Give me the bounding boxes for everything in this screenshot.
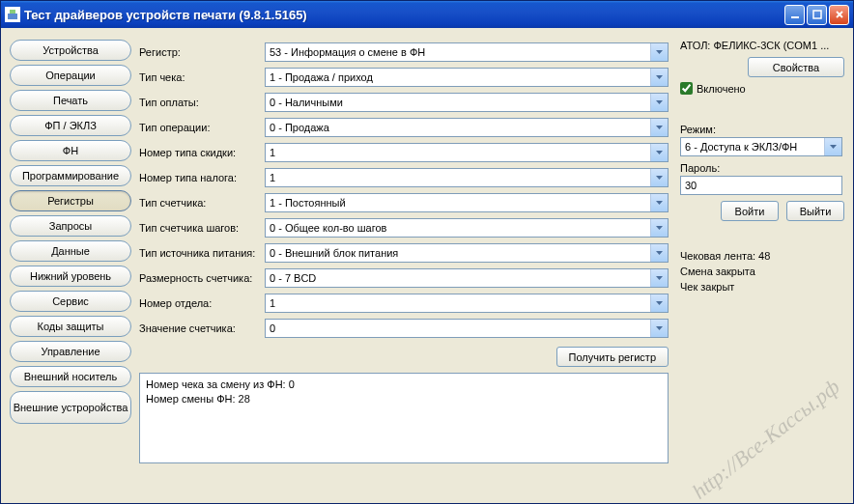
sidebar-item-registers[interactable]: Регистры [10, 190, 131, 211]
svg-rect-4 [813, 11, 821, 18]
output-line-2: Номер смены ФН: 28 [146, 392, 662, 406]
check-type-label: Тип чека: [139, 71, 265, 83]
department-no-combo[interactable]: 1 [265, 294, 669, 313]
status-line-3: Чек закрыт [680, 279, 844, 294]
counter-value-label: Значение счетчика: [139, 322, 265, 334]
output-area: Номер чека за смену из ФН: 0 Номер смены… [139, 373, 669, 463]
device-name: АТОЛ: ФЕЛИКС-3СК (COM1 ... [680, 40, 844, 51]
maximize-button[interactable] [807, 5, 827, 25]
get-register-button[interactable]: Получить регистр [556, 347, 669, 367]
enter-button[interactable]: Войти [721, 201, 779, 221]
sidebar-item-protection-codes[interactable]: Коды защиты [10, 316, 131, 337]
sidebar-item-external-media[interactable]: Внешний носитель [10, 366, 131, 387]
sidebar-item-fp-eklz[interactable]: ФП / ЭКЛЗ [10, 115, 131, 136]
register-label: Регистр: [139, 46, 265, 58]
title-bar: Тест драйверов устройств печати (9.8.1.5… [1, 1, 853, 28]
enabled-label: Включено [697, 83, 746, 95]
main-panel: Регистр:53 - Информация о смене в ФН Тип… [139, 40, 669, 463]
exit-button[interactable]: Выйти [786, 201, 844, 221]
password-label: Пароль: [680, 162, 844, 174]
dropdown-arrow-icon [824, 138, 841, 155]
close-button[interactable] [829, 5, 849, 25]
tax-type-no-combo[interactable]: 1 [265, 168, 669, 187]
svg-rect-1 [8, 14, 17, 19]
output-line-1: Номер чека за смену из ФН: 0 [146, 378, 662, 392]
status-block: Чековая лента: 48 Смена закрыта Чек закр… [680, 248, 844, 294]
sidebar-item-programming[interactable]: Программирование [10, 165, 131, 186]
discount-type-no-label: Номер типа скидки: [139, 147, 265, 158]
dropdown-arrow-icon [650, 194, 668, 211]
password-input[interactable] [680, 176, 842, 195]
dropdown-arrow-icon [650, 69, 668, 86]
sidebar: Устройства Операции Печать ФП / ЭКЛЗ ФН … [10, 40, 131, 428]
minimize-button[interactable] [784, 5, 805, 25]
mode-combo[interactable]: 6 - Доступа к ЭКЛЗ/ФН [680, 137, 842, 156]
operation-type-label: Тип операции: [139, 122, 265, 133]
tax-type-no-label: Номер типа налога: [139, 172, 265, 183]
svg-rect-2 [10, 10, 15, 14]
counter-dimension-combo[interactable]: 0 - 7 BCD [265, 268, 669, 288]
sidebar-item-operations[interactable]: Операции [10, 65, 131, 86]
window-title: Тест драйверов устройств печати (9.8.1.5… [24, 8, 784, 22]
power-source-type-label: Тип источника питания: [139, 247, 265, 259]
sidebar-item-devices[interactable]: Устройства [10, 40, 131, 61]
client-area: Устройства Операции Печать ФП / ЭКЛЗ ФН … [4, 28, 850, 500]
register-combo[interactable]: 53 - Информация о смене в ФН [265, 42, 669, 62]
sidebar-item-low-level[interactable]: Нижний уровень [10, 266, 131, 287]
status-line-1: Чековая лента: 48 [680, 248, 844, 264]
dropdown-arrow-icon [650, 244, 668, 262]
counter-type-label: Тип счетчика: [139, 197, 265, 209]
dropdown-arrow-icon [650, 219, 668, 237]
enabled-checkbox[interactable] [680, 82, 693, 95]
right-panel: АТОЛ: ФЕЛИКС-3СК (COM1 ... Свойства Вклю… [680, 40, 844, 294]
dropdown-arrow-icon [650, 43, 668, 61]
status-line-2: Смена закрыта [680, 264, 844, 279]
operation-type-combo[interactable]: 0 - Продажа [265, 118, 669, 137]
dropdown-arrow-icon [650, 294, 668, 312]
sidebar-item-data[interactable]: Данные [10, 240, 131, 262]
dropdown-arrow-icon [650, 94, 668, 111]
sidebar-item-fn[interactable]: ФН [10, 140, 131, 161]
sidebar-item-service[interactable]: Сервис [10, 291, 131, 312]
counter-type-combo[interactable]: 1 - Постоянный [265, 193, 669, 212]
sidebar-item-external-devices[interactable]: Внешние устроройства [10, 391, 131, 424]
properties-button[interactable]: Свойства [748, 57, 844, 77]
step-counter-type-combo[interactable]: 0 - Общее кол-во шагов [265, 218, 669, 238]
dropdown-arrow-icon [650, 320, 668, 337]
step-counter-type-label: Тип счетчика шагов: [139, 222, 265, 234]
sidebar-item-control[interactable]: Управление [10, 341, 131, 362]
counter-value-combo[interactable]: 0 [265, 319, 669, 338]
discount-type-no-combo[interactable]: 1 [265, 143, 669, 162]
watermark: http://Все-Кассы.рф [688, 375, 845, 504]
svg-rect-3 [791, 16, 799, 18]
sidebar-item-print[interactable]: Печать [10, 90, 131, 111]
dropdown-arrow-icon [650, 119, 668, 136]
dropdown-arrow-icon [650, 269, 668, 287]
dropdown-arrow-icon [650, 169, 668, 186]
sidebar-item-queries[interactable]: Запросы [10, 215, 131, 237]
check-type-combo[interactable]: 1 - Продажа / приход [265, 68, 669, 87]
dropdown-arrow-icon [650, 144, 668, 161]
app-window: Тест драйверов устройств печати (9.8.1.5… [0, 0, 854, 504]
payment-type-combo[interactable]: 0 - Наличными [265, 93, 669, 112]
app-icon [5, 7, 20, 22]
department-no-label: Номер отдела: [139, 297, 265, 309]
power-source-type-combo[interactable]: 0 - Внешний блок питания [265, 243, 669, 263]
counter-dimension-label: Размерность счетчика: [139, 272, 265, 284]
payment-type-label: Тип оплаты: [139, 97, 265, 108]
mode-label: Режим: [680, 124, 844, 135]
